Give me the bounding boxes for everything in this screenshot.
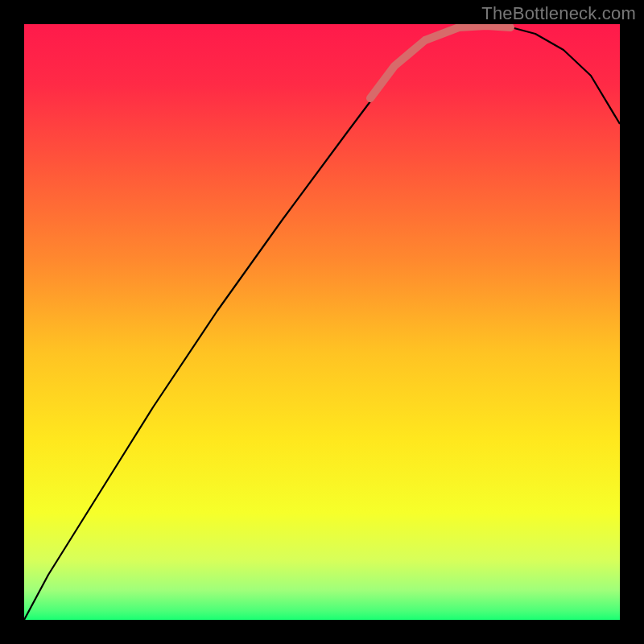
chart-frame: { "watermark": "TheBottleneck.com", "plo… — [0, 0, 644, 644]
plot-area — [24, 24, 620, 620]
watermark-text: TheBottleneck.com — [481, 3, 636, 24]
gradient-background — [24, 24, 620, 620]
chart-svg — [24, 24, 620, 620]
